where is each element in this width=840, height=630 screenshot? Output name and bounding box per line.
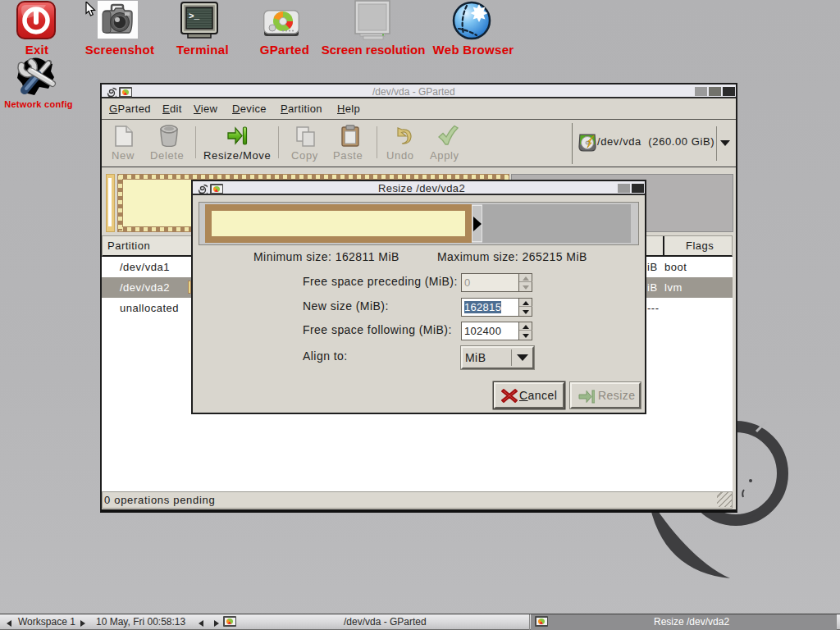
svg-text:>_: >_	[189, 11, 200, 21]
